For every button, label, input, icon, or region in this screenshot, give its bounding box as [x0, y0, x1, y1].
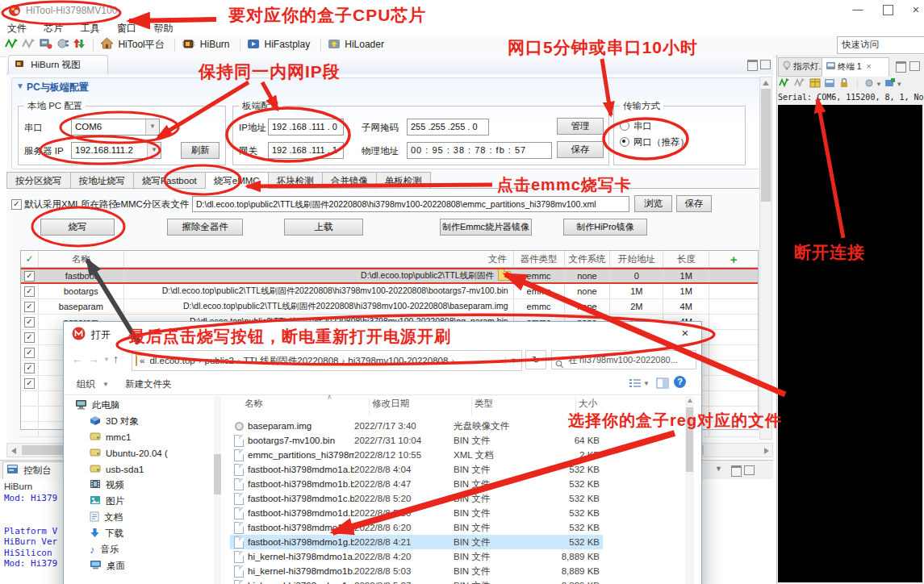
col-name[interactable]: 名称 [39, 251, 124, 267]
toolbar-hitool-platform[interactable]: HiTool平台 [118, 39, 164, 50]
view-maximize-icon[interactable] [760, 60, 771, 69]
refresh-icon[interactable]: ↻ [525, 350, 546, 369]
row-checkbox[interactable]: ✓ [24, 378, 35, 389]
plug-icon[interactable] [56, 37, 70, 52]
partition-table-path-input[interactable]: D:\dl.ecoo.top\public2\TTL线刷固件20220808\h… [192, 196, 629, 212]
section-collapse-icon[interactable]: ▼ [16, 81, 24, 90]
tab-fastboot-burn[interactable]: 烧写Fastboot [134, 172, 206, 189]
radio-serial[interactable] [620, 121, 629, 131]
add-row-icon[interactable]: + [709, 251, 758, 267]
col-device[interactable]: 器件类型 [514, 251, 565, 267]
connect-icon[interactable] [4, 37, 19, 52]
menu-tools[interactable]: 工具 [73, 21, 107, 36]
tree-item-usb-sda1[interactable]: usb-sda1 [90, 462, 144, 477]
console-menu-icon[interactable]: ▼ [715, 465, 722, 473]
subnet-mask-field[interactable]: 255 .255 .255 . 0 [407, 119, 489, 136]
history-dropdown-icon[interactable]: ▼ [103, 356, 110, 363]
tree-scrollbar[interactable] [214, 396, 221, 584]
file-row[interactable]: fastboot-hi3798mdmo1f.bin2022/8/8 6:20BI… [230, 520, 603, 535]
erase-all-button[interactable]: 擦除全器件 [167, 219, 243, 236]
burn-config-icon[interactable] [39, 37, 53, 52]
save-network-button[interactable]: 保存 [557, 141, 604, 158]
tree-item-pictures[interactable]: 图片 [90, 494, 124, 508]
col-length[interactable]: 长度 [663, 251, 709, 267]
file-browse-icon[interactable] [498, 271, 511, 281]
maximize-button[interactable] [883, 5, 893, 15]
breadcrumb[interactable]: « dl.ecoo.top› public2› TTL线刷固件20220808›… [132, 350, 522, 371]
hiloader-icon[interactable] [328, 38, 341, 52]
table-row-fastboot[interactable]: ✓ fastboot D:\dl.ecoo.top\public2\TTL线刷固… [21, 268, 758, 284]
tab-address-burn[interactable]: 按地址烧写 [71, 172, 135, 189]
menu-file[interactable]: 文件 [0, 21, 34, 36]
minimize-button[interactable]: — [846, 0, 870, 19]
file-row[interactable]: hi_kernel-hi3798mdmo1c.bin2022/8/8 5:27B… [230, 578, 603, 584]
scroll-left-icon[interactable] [11, 448, 16, 454]
breadcrumb-root[interactable]: « [137, 356, 147, 365]
serial-port-combobox[interactable]: COM6 ▼ [71, 119, 160, 136]
hiburn-chip-icon[interactable] [182, 38, 195, 52]
breadcrumb-item[interactable]: TTL线刷固件20220808 [241, 355, 341, 367]
dialog-close-icon[interactable]: × [674, 323, 696, 343]
scrollbar-thumb[interactable] [761, 89, 771, 202]
file-col-type[interactable]: 类型 [472, 398, 576, 415]
view-minimize-icon[interactable] [747, 60, 758, 71]
burn-button[interactable]: 烧写 [40, 219, 115, 236]
tree-item-this-pc[interactable]: 此电脑 [75, 398, 120, 412]
save-xml-button[interactable]: 保存 [676, 195, 712, 212]
row-checkbox[interactable]: ✓ [24, 363, 35, 373]
tab-board-check[interactable]: 单板检测 [377, 172, 431, 189]
view-vertical-scrollbar[interactable] [759, 77, 772, 440]
file-row[interactable]: fastboot-hi3798mdmo1c.bin2022/8/8 5:20BI… [230, 491, 603, 506]
board-ip-field[interactable]: 192 .168 .111 . 0 [268, 119, 344, 136]
organize-button[interactable]: 组织 [77, 378, 95, 390]
terminal-console[interactable] [778, 105, 922, 582]
manage-button[interactable]: 管理 [557, 118, 604, 135]
scroll-up-icon[interactable] [688, 398, 692, 403]
scroll-right-icon[interactable] [764, 448, 769, 454]
table-row-baseparam[interactable]: ✓ baseparam D:\dl.ecoo.top\public2\TTL线刷… [21, 299, 758, 315]
col-file[interactable]: 文件 [124, 251, 514, 267]
menu-chip[interactable]: 芯片 [36, 21, 70, 36]
file-row[interactable]: baseparam.img2022/7/17 3:40光盘映像文件 [230, 419, 603, 433]
terminal-tab-close-icon[interactable]: × [867, 61, 872, 71]
hifastplay-icon[interactable] [247, 38, 260, 52]
forward-icon[interactable]: → [88, 352, 99, 365]
gateway-field[interactable]: 192 .168 .111 . 1 [268, 142, 344, 159]
file-row[interactable]: hi_kernel-hi3798mdmo1a.bin2022/8/8 4:20B… [230, 549, 603, 564]
view-list-icon[interactable] [629, 378, 642, 391]
file-col-date[interactable]: 修改日期 [370, 398, 472, 415]
tree-item-ubuntu[interactable]: Ubuntu-20.04 ( [90, 446, 168, 461]
row-checkbox[interactable]: ✓ [24, 332, 35, 343]
use-xml-path-checkbox[interactable]: ✓ [11, 199, 22, 210]
terminal-settings-icon[interactable] [809, 77, 822, 91]
help-icon[interactable]: ? [674, 376, 686, 388]
tab-terminal-1[interactable]: 终端 1 × [822, 57, 889, 77]
file-row[interactable]: bootargs7-mv100.bin2022/7/31 10:04BIN 文件… [230, 433, 603, 448]
radio-network[interactable] [620, 137, 629, 147]
tab-indicator-lights[interactable]: 指示灯... [778, 57, 828, 77]
tree-item-3d-objects[interactable]: 3D 对象 [90, 414, 139, 428]
file-row-selected[interactable]: fastboot-hi3798mdmo1g.bin2022/8/8 4:21BI… [230, 535, 603, 549]
tree-item-mmc1[interactable]: mmc1 [90, 430, 131, 444]
file-row[interactable]: fastboot-hi3798mdmo1b.bin2022/8/8 4:47BI… [230, 477, 603, 491]
col-fs[interactable]: 文件系统 [565, 251, 611, 267]
tree-item-desktop[interactable]: 桌面 [90, 558, 125, 573]
tree-item-music[interactable]: ♪ 音乐 [90, 542, 119, 557]
terminal-window-icon[interactable] [824, 77, 836, 91]
make-hipro-image-button[interactable]: 制作HiPro镜像 [563, 219, 647, 236]
quick-access-input[interactable]: 快速访问 [837, 36, 924, 54]
refresh-button[interactable]: 刷新 [181, 142, 220, 159]
tree-item-videos[interactable]: 视频 [90, 478, 124, 492]
toolbar-hiburn[interactable]: HiBurn [200, 39, 230, 50]
breadcrumb-item[interactable]: dl.ecoo.top [147, 356, 197, 365]
server-ip-combobox[interactable]: 192.168.111.2 ▼ [71, 142, 161, 159]
address-dropdown-icon[interactable]: ▼ [505, 357, 521, 365]
terminal-new-icon[interactable] [884, 77, 896, 90]
disconnect-icon[interactable] [21, 37, 36, 52]
tab-badblock-check[interactable]: 坏块检测 [269, 172, 323, 189]
file-row[interactable]: fastboot-hi3798mdmo1d.bin2022/8/8 5:50BI… [230, 506, 603, 520]
mac-field[interactable]: 00 : 95 : 38 : 78 : fb : 57 [407, 142, 552, 159]
terminal-maximize-icon[interactable] [909, 61, 920, 71]
up-icon[interactable]: ↑ [113, 352, 119, 365]
terminal-profile-icon[interactable] [864, 77, 876, 90]
